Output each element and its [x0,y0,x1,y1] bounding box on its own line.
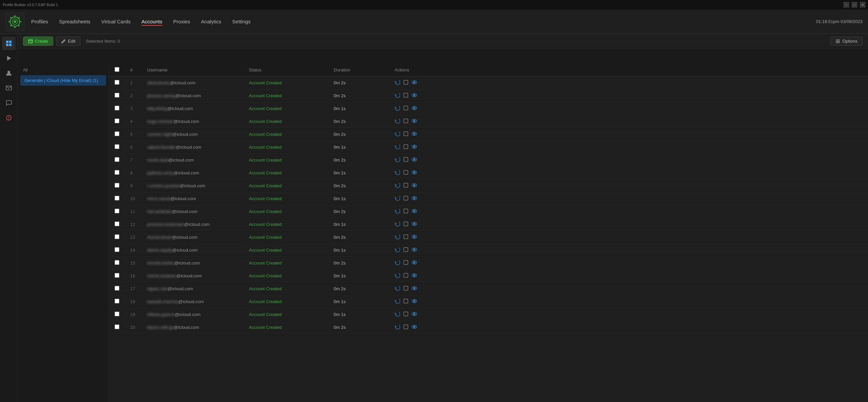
stop-icon[interactable] [403,106,408,111]
row-checkbox[interactable] [115,119,119,123]
row-checkbox[interactable] [115,80,119,85]
create-button[interactable]: Create [23,37,53,46]
edit-button[interactable]: Edit [56,37,80,46]
row-checkbox-cell[interactable] [109,257,125,270]
view-icon[interactable] [412,312,417,317]
nav-item-accounts[interactable]: Accounts [141,17,162,26]
stop-icon[interactable] [403,273,408,279]
refresh-icon[interactable] [395,118,400,125]
nav-item-proxies[interactable]: Proxies [173,17,190,26]
row-checkbox-cell[interactable] [109,167,125,179]
row-checkbox-cell[interactable] [109,308,125,321]
select-all-checkbox[interactable] [115,67,119,72]
stop-icon[interactable] [403,324,408,330]
row-checkbox[interactable] [115,286,119,291]
refresh-icon[interactable] [395,92,400,99]
row-checkbox[interactable] [115,93,119,98]
row-checkbox[interactable] [115,312,119,316]
row-checkbox[interactable] [115,299,119,303]
view-icon[interactable] [412,324,417,330]
row-checkbox[interactable] [115,247,119,252]
view-icon[interactable] [412,221,417,227]
row-checkbox[interactable] [115,273,119,278]
dashboard-icon[interactable] [2,37,16,50]
view-icon[interactable] [412,260,417,266]
nav-item-analytics[interactable]: Analytics [201,17,221,26]
nav-item-settings[interactable]: Settings [232,17,251,26]
row-checkbox-cell[interactable] [109,218,125,231]
refresh-icon[interactable] [395,144,400,150]
view-icon[interactable] [412,93,417,99]
refresh-icon[interactable] [395,260,400,266]
row-checkbox-cell[interactable] [109,179,125,192]
view-icon[interactable] [412,234,417,240]
play-icon[interactable] [2,51,16,65]
nav-item-virtual-cards[interactable]: Virtual Cards [101,17,131,26]
view-icon[interactable] [412,80,417,86]
row-checkbox-cell[interactable] [109,128,125,141]
row-checkbox-cell[interactable] [109,270,125,282]
row-checkbox-cell[interactable] [109,89,125,102]
refresh-icon[interactable] [395,234,400,240]
stop-icon[interactable] [403,209,408,214]
row-checkbox-cell[interactable] [109,192,125,205]
row-checkbox[interactable] [115,144,119,149]
row-checkbox-cell[interactable] [109,282,125,295]
row-checkbox-cell[interactable] [109,231,125,244]
row-checkbox-cell[interactable] [109,321,125,334]
stop-icon[interactable] [403,119,408,124]
stop-icon[interactable] [403,131,408,137]
nav-item-profiles[interactable]: Profiles [31,17,48,26]
view-icon[interactable] [412,299,417,304]
refresh-icon[interactable] [395,80,400,86]
view-icon[interactable] [412,273,417,279]
view-icon[interactable] [412,196,417,202]
view-icon[interactable] [412,119,417,124]
refresh-icon[interactable] [395,157,400,163]
view-icon[interactable] [412,131,417,137]
view-icon[interactable] [412,157,417,163]
row-checkbox[interactable] [115,209,119,213]
row-checkbox[interactable] [115,234,119,239]
view-icon[interactable] [412,170,417,176]
close-button[interactable]: ✕ [860,2,865,7]
alert-icon[interactable] [2,111,16,125]
view-icon[interactable] [412,209,417,214]
refresh-icon[interactable] [395,195,400,202]
stop-icon[interactable] [403,144,408,150]
refresh-icon[interactable] [395,298,400,305]
view-icon[interactable] [412,183,417,189]
row-checkbox-cell[interactable] [109,295,125,308]
refresh-icon[interactable] [395,131,400,137]
stop-icon[interactable] [403,247,408,253]
panel-item-generate[interactable]: Generate | iCloud (Hide My Email) (1) [20,75,106,86]
stop-icon[interactable] [403,93,408,99]
row-checkbox-cell[interactable] [109,102,125,115]
stop-icon[interactable] [403,157,408,163]
stop-icon[interactable] [403,260,408,266]
nav-item-spreadsheets[interactable]: Spreadsheets [59,17,91,26]
row-checkbox[interactable] [115,221,119,226]
stop-icon[interactable] [403,286,408,292]
row-checkbox[interactable] [115,183,119,188]
stop-icon[interactable] [403,80,408,86]
minimize-button[interactable]: ─ [844,2,849,7]
row-checkbox[interactable] [115,106,119,110]
stop-icon[interactable] [403,221,408,227]
stop-icon[interactable] [403,170,408,176]
row-checkbox-cell[interactable] [109,205,125,218]
header-checkbox[interactable] [109,64,125,77]
row-checkbox[interactable] [115,131,119,136]
contacts-icon[interactable] [2,66,16,80]
row-checkbox-cell[interactable] [109,244,125,257]
mail-icon[interactable] [2,81,16,95]
view-icon[interactable] [412,286,417,292]
row-checkbox[interactable] [115,196,119,200]
refresh-icon[interactable] [395,105,400,112]
row-checkbox[interactable] [115,157,119,162]
refresh-icon[interactable] [395,324,400,331]
refresh-icon[interactable] [395,170,400,176]
refresh-icon[interactable] [395,285,400,292]
refresh-icon[interactable] [395,208,400,215]
row-checkbox[interactable] [115,324,119,329]
